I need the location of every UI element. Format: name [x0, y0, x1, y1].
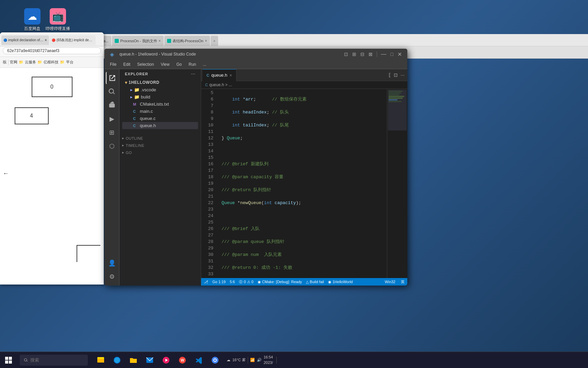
- start-button[interactable]: [0, 352, 17, 368]
- taskbar-app-explorer[interactable]: [93, 353, 108, 368]
- outline-section[interactable]: ▸ OUTLINE: [119, 135, 201, 142]
- toolbar-guanwang[interactable]: 官网: [10, 60, 17, 65]
- shape-4-value: 4: [30, 113, 33, 119]
- menu-run[interactable]: Run: [186, 61, 199, 67]
- activity-debug[interactable]: ▶: [106, 113, 118, 125]
- address-input[interactable]: [3, 47, 101, 54]
- toolbar-pingtai[interactable]: 平台: [66, 60, 74, 65]
- activity-extensions[interactable]: ⊞: [106, 126, 118, 139]
- root-folder[interactable]: ▾ 1HELLOWORD: [122, 79, 198, 86]
- menu-more[interactable]: ...: [200, 61, 209, 67]
- vscode-folder-item[interactable]: ▸ 📁 .vscode: [122, 86, 198, 93]
- vscode-folder-label: .vscode: [141, 87, 156, 92]
- taskbar: W ☁ 16°C 雾 📶 🔊 16:54 2023/: [0, 352, 588, 368]
- browser-tab-implicit[interactable]: 🔵 implicit declaration of fur ×: [1, 35, 49, 45]
- tray-speaker[interactable]: 🔊: [257, 358, 262, 362]
- desktop: ☁ 百度网盘 📺 哔哩哔哩直播姬 🔵 implicit declaration …: [0, 0, 588, 368]
- build-folder-item[interactable]: ▸ 📁 build: [122, 93, 198, 101]
- sidebar-more[interactable]: ···: [191, 72, 195, 76]
- status-platform: Win32: [385, 280, 395, 284]
- close-button[interactable]: ✕: [397, 51, 402, 58]
- taskbar-app-red[interactable]: W: [175, 353, 190, 368]
- tab-biaojiegou-icon: [167, 39, 171, 43]
- layout-icon-4[interactable]: ⊠: [369, 51, 373, 57]
- activity-git[interactable]: [106, 99, 118, 111]
- toolbar-yimoji[interactable]: 亿模科技: [44, 60, 59, 65]
- partial-rect: [77, 245, 100, 262]
- browser-address-bar: [0, 45, 104, 57]
- activity-settings[interactable]: ⚙: [106, 271, 118, 283]
- implicit-tab-close[interactable]: ×: [45, 38, 47, 43]
- tab-processon-close[interactable]: ×: [159, 39, 161, 43]
- vscode-folder-icon: 📁: [134, 87, 140, 92]
- explorer-label: EXPLORER: [125, 72, 148, 76]
- menu-edit[interactable]: Edit: [120, 61, 133, 67]
- vscode-window: ◈ queue.h - 1helloword - Visual Studio C…: [104, 49, 407, 286]
- taskbar-app-edge[interactable]: [110, 353, 125, 368]
- desktop-icon-baidu[interactable]: ☁ 百度网盘: [19, 7, 46, 33]
- browser-new-tab[interactable]: +: [211, 36, 218, 46]
- taskbar-app-mail[interactable]: [142, 353, 157, 368]
- taskbar-app-files[interactable]: [126, 353, 141, 368]
- activity-test[interactable]: ⬡: [106, 140, 118, 152]
- taskbar-search-box[interactable]: [20, 355, 88, 366]
- root-folder-icon: ▾: [125, 80, 127, 85]
- folder-tree: ▾ 1HELLOWORD ▸ 📁 .vscode ▸ 📁 build: [119, 79, 201, 129]
- shape-0-value: 0: [50, 84, 53, 90]
- main-c-label: main.c: [140, 109, 153, 114]
- tray-temp: 16°C 雾: [232, 357, 246, 363]
- queue-h-label: queue.h: [140, 123, 156, 128]
- activity-avatar[interactable]: 👤: [106, 257, 118, 269]
- shape-4: 4: [15, 107, 49, 124]
- build-folder-icon: 📁: [134, 94, 140, 99]
- activity-explorer[interactable]: [106, 72, 118, 84]
- titlebar-divider: [377, 51, 377, 57]
- editor-more-icon[interactable]: ···: [401, 72, 405, 78]
- sidebar-header: EXPLORER ···: [119, 69, 201, 79]
- editor-tab-queue-h[interactable]: C queue.h ×: [202, 69, 236, 81]
- queue-h-icon: C: [133, 124, 138, 128]
- layout-icon-2[interactable]: ⊞: [352, 51, 356, 57]
- queue-h-item[interactable]: C queue.h: [122, 122, 198, 129]
- taskbar-app-chrome[interactable]: [208, 353, 223, 368]
- code-area[interactable]: int *arr; // 数组保存元素 int headIndex; // 队头…: [216, 89, 387, 278]
- browser-tab-biaojiegou[interactable]: 表结构-ProcessOn ×: [164, 36, 210, 46]
- taskbar-app-music[interactable]: [159, 353, 174, 368]
- queue-c-label: queue.c: [140, 116, 156, 121]
- status-build: △ Build fail: [306, 280, 324, 284]
- tray-network[interactable]: 📶: [250, 358, 255, 362]
- taskbar-search-input[interactable]: [30, 357, 84, 363]
- status-branch: ⎇: [204, 280, 208, 284]
- shape-0: 0: [32, 77, 72, 97]
- menu-file[interactable]: File: [107, 61, 119, 67]
- maximize-button[interactable]: □: [391, 51, 393, 57]
- browser-window: 🔵 implicit declaration of fur × 板 官网 📁 云…: [0, 32, 104, 285]
- browser-tab-implicit2[interactable]: 🔴 (65条消息) implicit decla...: [50, 35, 96, 45]
- toolbar-yunfuwu[interactable]: 云服务: [25, 60, 36, 65]
- main-c-item[interactable]: C main.c: [122, 108, 198, 115]
- show-desktop[interactable]: [276, 357, 279, 364]
- cmake-file-item[interactable]: M CMakeLists.txt: [122, 101, 198, 108]
- activity-search[interactable]: [106, 86, 118, 98]
- menu-view[interactable]: View: [158, 61, 172, 67]
- editor-content[interactable]: 5 6 7 8 9 10 11 12 13 14 15 16 17 18: [201, 89, 407, 278]
- tab-processon-text: ProcessOn - 我的文件: [120, 39, 157, 44]
- minimize-button[interactable]: —: [381, 51, 387, 57]
- go-section[interactable]: ▸ GO: [119, 149, 201, 156]
- queue-c-item[interactable]: C queue.c: [122, 115, 198, 122]
- timeline-section[interactable]: ▸ TIMELINE: [119, 142, 201, 149]
- tab-biaojiegou-close[interactable]: ×: [205, 39, 207, 43]
- browser-tab-processon[interactable]: ProcessOn - 我的文件 ×: [112, 36, 163, 46]
- status-project: ◉ 1HelloWorld: [328, 280, 353, 284]
- editor-split-icon[interactable]: ⟦: [389, 72, 391, 78]
- menu-go[interactable]: Go: [174, 61, 184, 67]
- outline-arrow: ▸: [122, 136, 125, 140]
- tab-processon-icon: [115, 39, 119, 43]
- editor-layout-icon[interactable]: ⊡: [394, 72, 398, 78]
- layout-icon-3[interactable]: ⊟: [360, 51, 364, 57]
- status-right: Win32 英: [385, 279, 405, 285]
- queue-h-tab-close[interactable]: ×: [229, 73, 232, 78]
- menu-selection[interactable]: Selection: [134, 61, 157, 67]
- layout-icon-1[interactable]: ⊡: [344, 51, 348, 57]
- taskbar-app-vscode[interactable]: [191, 353, 206, 368]
